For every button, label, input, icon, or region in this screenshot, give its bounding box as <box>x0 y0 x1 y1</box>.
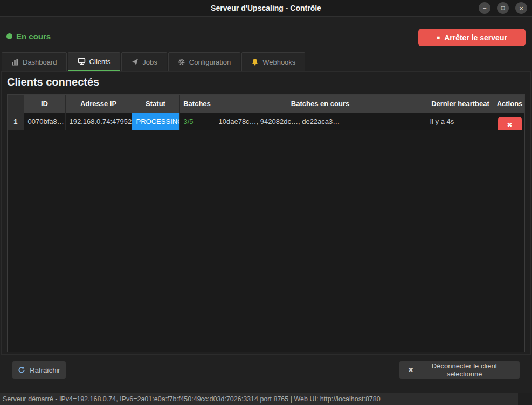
column-header-current-batches[interactable]: Batches en cours <box>215 95 426 113</box>
monitor-icon <box>78 58 86 65</box>
column-header-batches[interactable]: Batches <box>179 95 215 113</box>
stop-icon: ■ <box>437 35 440 40</box>
refresh-label: Rafraîchir <box>30 366 60 374</box>
column-header-id[interactable]: ID <box>24 95 65 113</box>
window-controls: − □ × <box>479 2 527 14</box>
disconnect-label: Déconnecter le client sélectionné <box>418 362 511 378</box>
clients-table: ID Adresse IP Statut Batches Batches en … <box>7 94 525 352</box>
tab-configuration[interactable]: Configuration <box>168 52 240 72</box>
tab-clients[interactable]: Clients <box>68 52 121 72</box>
stop-server-label: Arrêter le serveur <box>444 33 507 42</box>
tab-jobs[interactable]: Jobs <box>121 52 167 72</box>
close-button[interactable]: × <box>515 2 527 14</box>
column-header-actions[interactable]: Actions <box>495 95 524 113</box>
titlebar: Serveur d'Upscaling - Contrôle − □ × <box>0 0 532 17</box>
tab-label: Jobs <box>142 58 157 66</box>
x-icon: ✖ <box>507 122 512 128</box>
column-header-heartbeat[interactable]: Dernier heartbeat <box>426 95 495 113</box>
cell-actions: ✖ <box>495 113 524 130</box>
table-row[interactable]: 1 0070bfa8… 192.168.0.74:47952 PROCESSIN… <box>8 113 524 130</box>
tab-dashboard[interactable]: Dashboard <box>2 52 67 72</box>
stop-server-button[interactable]: ■ Arrêter le serveur <box>418 29 526 46</box>
gear-icon <box>178 58 185 66</box>
tab-label: Dashboard <box>23 58 57 66</box>
bell-icon <box>251 58 259 66</box>
disconnect-row-button[interactable]: ✖ <box>498 117 522 130</box>
table-header-row: ID Adresse IP Statut Batches Batches en … <box>8 95 524 113</box>
tabbar: Dashboard Clients Jobs Configuration Web… <box>2 52 305 72</box>
window-title: Serveur d'Upscaling - Contrôle <box>211 4 321 12</box>
column-header-ip[interactable]: Adresse IP <box>65 95 132 113</box>
minimize-button[interactable]: − <box>479 2 490 14</box>
status-badge[interactable]: PROCESSING <box>132 113 179 130</box>
tab-label: Configuration <box>189 58 231 66</box>
x-icon: ✖ <box>408 367 413 373</box>
maximize-button[interactable]: □ <box>497 2 509 14</box>
page-title: Clients connectés <box>7 76 99 88</box>
bar-chart-icon <box>11 58 19 66</box>
statusbar-text: Serveur démarré - IPv4=192.168.0.74, IPv… <box>3 395 381 403</box>
status-dot-icon <box>6 33 12 39</box>
server-status: En cours <box>6 32 51 41</box>
tab-webhooks[interactable]: Webhooks <box>241 52 305 72</box>
row-number: 1 <box>8 113 24 130</box>
paper-plane-icon <box>131 58 139 66</box>
refresh-button[interactable]: Rafraîchir <box>12 361 66 379</box>
cell-client-id[interactable]: 0070bfa8… <box>24 113 65 130</box>
statusbar: Serveur démarré - IPv4=192.168.0.74, IPv… <box>0 393 532 405</box>
resize-grip[interactable] <box>518 393 532 405</box>
disconnect-client-button[interactable]: ✖ Déconnecter le client sélectionné <box>399 361 520 379</box>
tab-label: Clients <box>89 58 111 66</box>
cell-last-heartbeat[interactable]: Il y a 4s <box>426 113 495 130</box>
tab-label: Webhooks <box>262 58 295 66</box>
cell-current-batches[interactable]: 10dae78c…, 942082dc…, de22aca3… <box>215 113 426 130</box>
clients-pane: Clients connectés ID Adresse IP Statut B… <box>1 71 531 355</box>
column-header-corner <box>8 95 24 113</box>
server-status-label: En cours <box>16 32 51 41</box>
refresh-icon <box>18 366 25 374</box>
cell-batches-count[interactable]: 3/5 <box>179 113 215 130</box>
cell-client-ip[interactable]: 192.168.0.74:47952 <box>65 113 132 130</box>
column-header-status[interactable]: Statut <box>132 95 179 113</box>
